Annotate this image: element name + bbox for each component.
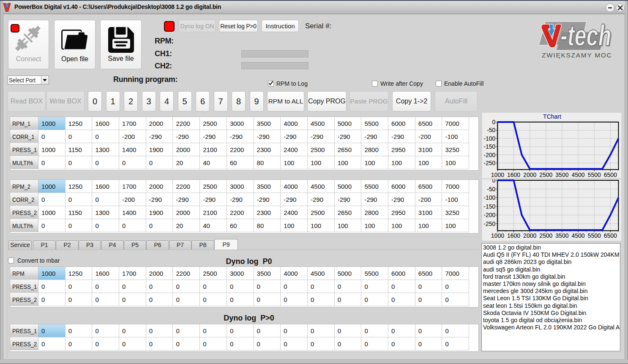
- svg-text:6500: 6500: [604, 171, 617, 178]
- svg-text:-50: -50: [487, 127, 495, 133]
- svg-text:5500: 5500: [588, 232, 601, 239]
- svg-text:4500: 4500: [572, 232, 585, 239]
- svg-text:1000: 1000: [491, 232, 504, 239]
- svg-text:1600: 1600: [507, 232, 520, 239]
- svg-text:5500: 5500: [588, 171, 601, 178]
- svg-text:3500: 3500: [555, 232, 568, 239]
- svg-text:ZWIĘKSZAMY MOC: ZWIĘKSZAMY MOC: [542, 52, 612, 59]
- svg-text:-150: -150: [483, 143, 495, 150]
- svg-text:-200: -200: [483, 212, 495, 218]
- svg-text:-50: -50: [487, 186, 495, 193]
- svg-text:1600: 1600: [507, 171, 520, 178]
- svg-text:2000: 2000: [523, 232, 536, 239]
- svg-text:TChart: TChart: [543, 113, 561, 120]
- svg-text:1000: 1000: [491, 171, 504, 178]
- svg-text:-150: -150: [483, 203, 495, 210]
- svg-text:2000: 2000: [523, 171, 536, 178]
- svg-text:0: 0: [492, 119, 496, 125]
- svg-text:-200: -200: [483, 152, 495, 158]
- svg-text:6500: 6500: [604, 232, 617, 239]
- svg-text:2500: 2500: [539, 232, 552, 239]
- svg-text:-250: -250: [483, 220, 495, 227]
- svg-text:-tech: -tech: [560, 19, 611, 52]
- svg-text:2500: 2500: [539, 171, 552, 178]
- svg-text:3500: 3500: [555, 171, 568, 178]
- svg-text:-100: -100: [483, 194, 495, 201]
- svg-text:4500: 4500: [572, 171, 585, 178]
- svg-text:-100: -100: [483, 135, 495, 142]
- svg-text:-250: -250: [483, 160, 495, 166]
- svg-text:0: 0: [492, 179, 496, 184]
